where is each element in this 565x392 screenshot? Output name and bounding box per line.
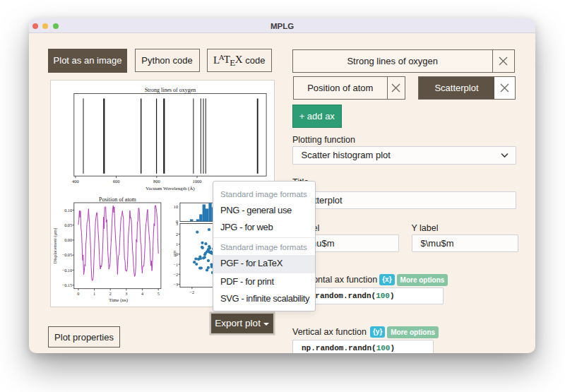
svg-text:400: 400	[72, 179, 79, 184]
svg-text:1: 1	[93, 291, 95, 296]
svg-text:3: 3	[125, 291, 127, 296]
svg-text:Position of atom: Position of atom	[98, 196, 136, 203]
svg-text:−2: −2	[189, 290, 194, 295]
svg-text:−3: −3	[173, 282, 178, 287]
svg-text:1: 1	[175, 242, 177, 247]
svg-text:0.05: 0.05	[64, 222, 72, 227]
svg-text:10: 10	[173, 204, 177, 209]
svg-text:1000: 1000	[192, 179, 201, 184]
svg-text:Strong lines of oxygen: Strong lines of oxygen	[144, 87, 196, 93]
svg-text:−0.15: −0.15	[61, 283, 71, 287]
svg-text:−2: −2	[173, 272, 178, 277]
svg-text:2: 2	[109, 291, 111, 296]
svg-text:−1: −1	[173, 262, 178, 267]
svg-text:Displacement (µm): Displacement (µm)	[52, 228, 58, 264]
svg-text:Time (ns): Time (ns)	[108, 297, 128, 303]
svg-text:µm: µm	[172, 250, 177, 256]
svg-text:3: 3	[175, 221, 177, 226]
svg-text:800: 800	[153, 179, 160, 184]
svg-text:−0.10: −0.10	[61, 268, 71, 273]
svg-text:−0.05: −0.05	[61, 252, 71, 257]
svg-text:Vacuum Wavelength (Å): Vacuum Wavelength (Å)	[145, 186, 195, 191]
svg-text:0.00: 0.00	[64, 237, 72, 242]
svg-text:600: 600	[112, 179, 119, 184]
svg-text:2: 2	[175, 232, 177, 237]
svg-text:0: 0	[77, 291, 79, 296]
svg-text:5: 5	[157, 291, 159, 296]
svg-text:4: 4	[141, 291, 143, 296]
svg-text:0.10: 0.10	[64, 208, 72, 213]
